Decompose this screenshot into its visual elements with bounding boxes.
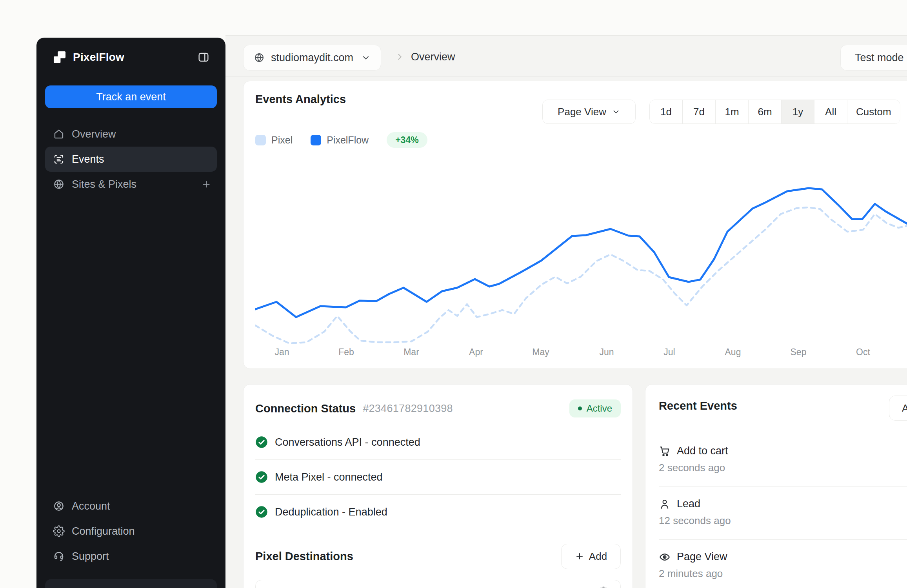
site-selector[interactable]: studiomaydit.com: [243, 45, 381, 71]
metric-dropdown[interactable]: Page View: [542, 100, 636, 124]
add-destination-button[interactable]: Add: [561, 544, 621, 569]
divider: [255, 459, 621, 460]
sidebar-item-events[interactable]: Events: [45, 147, 217, 172]
globe-icon: [53, 178, 65, 190]
pixel-destinations-title: Pixel Destinations: [255, 550, 353, 563]
recent-events-title: Recent Events: [659, 399, 737, 412]
sidebar-collapse-icon[interactable]: [197, 51, 210, 64]
divider: [255, 494, 621, 495]
pixelflow-logo-icon: [52, 50, 67, 65]
chevron-down-icon: [361, 53, 371, 62]
analytics-title: Events Analytics: [255, 93, 346, 106]
chart-legend: Pixel PixelFlow +34%: [255, 132, 427, 148]
connection-item: Conversations API - connected: [255, 430, 621, 454]
recent-events-card: Recent Events All Add to cart 2 seconds …: [645, 384, 907, 588]
event-item[interactable]: Page View 2 minutes ago: [659, 545, 907, 587]
sidebar-item-label: Account: [72, 500, 110, 512]
globe-icon: [254, 52, 265, 63]
range-1d[interactable]: 1d: [650, 100, 683, 123]
connection-item-label: Conversations API - connected: [275, 436, 420, 448]
eye-icon: [659, 551, 671, 563]
connection-item: Deduplication - Enabled: [255, 500, 621, 524]
home-icon: [53, 128, 65, 140]
divider: [659, 539, 907, 540]
connection-list: Conversations API - connected Meta Pixel…: [255, 430, 621, 524]
range-6m[interactable]: 6m: [749, 100, 782, 123]
event-label: Lead: [677, 498, 700, 510]
events-icon: [53, 153, 65, 165]
check-circle-icon: [255, 471, 268, 483]
x-tick-aug: Aug: [725, 347, 741, 358]
event-item[interactable]: Add to cart 2 seconds ago: [659, 439, 907, 481]
x-tick-jan: Jan: [274, 347, 289, 358]
sidebar-item-sites-pixels[interactable]: Sites & Pixels: [45, 172, 217, 197]
sidebar-item-configuration[interactable]: Configuration: [45, 519, 217, 544]
x-tick-jul: Jul: [663, 347, 675, 358]
destination-row-partial[interactable]: [255, 580, 621, 588]
cart-icon: [659, 445, 671, 457]
check-circle-icon: [255, 506, 268, 518]
track-event-button[interactable]: Track an event: [45, 85, 217, 108]
gear-icon: [53, 525, 65, 537]
legend-label-pixelflow: PixelFlow: [327, 134, 369, 146]
series-line-pixelflow: [255, 188, 907, 317]
sidebar-item-support[interactable]: Support: [45, 544, 217, 569]
sidebar-item-label: Sites & Pixels: [72, 178, 136, 191]
connection-item: Meta Pixel - connected: [255, 465, 621, 489]
add-button-label: Add: [589, 550, 607, 563]
app-logo: PixelFlow: [52, 49, 210, 66]
chevron-down-icon: [612, 107, 620, 116]
x-tick-sep: Sep: [791, 347, 807, 358]
range-7d[interactable]: 7d: [683, 100, 716, 123]
topbar-divider: [225, 76, 907, 77]
sidebar-item-overview[interactable]: Overview: [45, 122, 217, 147]
account-icon: [53, 500, 65, 512]
status-dot-icon: [578, 407, 582, 410]
delta-badge: +34%: [387, 132, 427, 148]
headset-icon: [53, 550, 65, 562]
chart-x-axis: JanFebMarAprMayJunJulAugSepOct: [255, 347, 907, 359]
legend-label-pixel: Pixel: [271, 134, 293, 146]
x-tick-oct: Oct: [856, 347, 870, 358]
connection-item-label: Deduplication - Enabled: [275, 506, 387, 518]
sidebar-item-label: Support: [72, 550, 109, 563]
breadcrumb-current: Overview: [411, 51, 455, 63]
test-mode-button[interactable]: Test mode: [840, 45, 907, 71]
plus-icon: [575, 552, 584, 561]
connection-id: #23461782910398: [363, 403, 453, 415]
recent-events-list: Add to cart 2 seconds ago Lead 12 second…: [659, 439, 907, 587]
sidebar-nav: Overview Events Sites & Pixels: [45, 122, 217, 197]
breadcrumb-chevron-right-icon: [394, 52, 405, 62]
x-tick-jun: Jun: [599, 347, 614, 358]
sidebar-footer-nav: Account Configuration Support: [45, 494, 217, 569]
x-tick-feb: Feb: [338, 347, 354, 358]
add-site-plus-icon[interactable]: [201, 179, 211, 189]
range-custom[interactable]: Custom: [847, 100, 900, 123]
x-tick-apr: Apr: [469, 347, 483, 358]
sidebar-item-account[interactable]: Account: [45, 494, 217, 519]
site-name: studiomaydit.com: [271, 52, 353, 64]
metric-dropdown-value: Page View: [558, 106, 606, 118]
connection-title: Connection Status: [255, 402, 356, 415]
user-icon: [659, 498, 671, 510]
x-tick-may: May: [532, 347, 549, 358]
filter-label: All: [902, 402, 907, 414]
time-range-group: 1d 7d 1m 6m 1y All Custom: [649, 100, 900, 124]
sidebar-profile-card-partial[interactable]: [45, 579, 217, 588]
test-mode-label: Test mode: [855, 52, 904, 64]
event-time: 12 seconds ago: [659, 515, 907, 527]
trash-icon[interactable]: [599, 586, 608, 588]
connection-status-card: Connection Status #23461782910398 Active…: [243, 384, 633, 588]
recent-events-filter-button[interactable]: All: [889, 396, 907, 421]
sidebar-item-label: Configuration: [72, 525, 135, 537]
range-all[interactable]: All: [814, 100, 847, 123]
legend-swatch-pixel: [255, 135, 266, 145]
app-name: PixelFlow: [73, 51, 124, 64]
range-1y[interactable]: 1y: [782, 100, 814, 123]
sidebar: PixelFlow Track an event Overview Events…: [36, 38, 225, 588]
legend-swatch-pixelflow: [311, 135, 321, 145]
analytics-chart: [255, 165, 907, 345]
event-time: 2 seconds ago: [659, 462, 907, 474]
range-1m[interactable]: 1m: [716, 100, 749, 123]
event-item[interactable]: Lead 12 seconds ago: [659, 492, 907, 534]
